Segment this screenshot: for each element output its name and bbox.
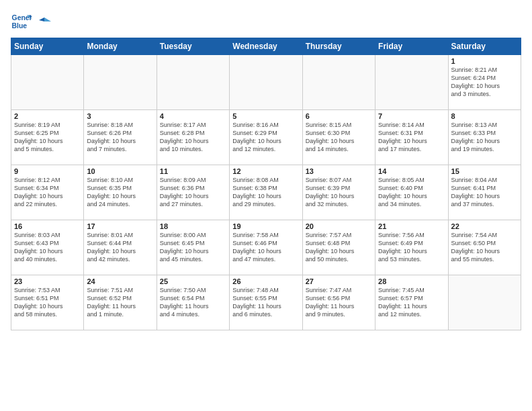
day-cell: 10Sunrise: 8:10 AM Sunset: 6:35 PM Dayli…	[84, 165, 157, 220]
day-cell: 13Sunrise: 8:07 AM Sunset: 6:39 PM Dayli…	[302, 165, 375, 220]
day-cell: 20Sunrise: 7:57 AM Sunset: 6:48 PM Dayli…	[302, 220, 375, 275]
day-info: Sunrise: 8:10 AM Sunset: 6:35 PM Dayligh…	[87, 176, 153, 209]
day-number: 10	[87, 167, 153, 175]
day-info: Sunrise: 7:58 AM Sunset: 6:46 PM Dayligh…	[232, 231, 299, 264]
day-info: Sunrise: 8:21 AM Sunset: 6:24 PM Dayligh…	[451, 66, 518, 99]
day-info: Sunrise: 8:05 AM Sunset: 6:40 PM Dayligh…	[378, 176, 445, 209]
day-cell: 8Sunrise: 8:13 AM Sunset: 6:33 PM Daylig…	[448, 110, 521, 165]
day-number: 12	[232, 167, 299, 175]
header-cell-monday: Monday	[84, 38, 157, 55]
day-cell: 6Sunrise: 8:15 AM Sunset: 6:30 PM Daylig…	[302, 110, 375, 165]
day-info: Sunrise: 8:12 AM Sunset: 6:34 PM Dayligh…	[14, 176, 81, 209]
header-cell-saturday: Saturday	[448, 38, 521, 55]
day-info: Sunrise: 7:57 AM Sunset: 6:48 PM Dayligh…	[306, 231, 372, 264]
day-number: 21	[378, 222, 445, 230]
day-number: 6	[306, 112, 372, 120]
header: General Blue	[11, 11, 521, 32]
day-number: 2	[14, 112, 81, 120]
day-cell	[11, 55, 84, 110]
day-number: 18	[160, 222, 226, 230]
day-cell: 19Sunrise: 7:58 AM Sunset: 6:46 PM Dayli…	[230, 220, 302, 275]
day-cell: 11Sunrise: 8:09 AM Sunset: 6:36 PM Dayli…	[157, 165, 229, 220]
day-cell: 23Sunrise: 7:53 AM Sunset: 6:51 PM Dayli…	[11, 275, 84, 330]
day-cell	[157, 55, 229, 110]
day-cell: 28Sunrise: 7:45 AM Sunset: 6:57 PM Dayli…	[375, 275, 448, 330]
day-cell: 15Sunrise: 8:04 AM Sunset: 6:41 PM Dayli…	[448, 165, 521, 220]
day-info: Sunrise: 7:45 AM Sunset: 6:57 PM Dayligh…	[378, 286, 445, 319]
day-cell: 1Sunrise: 8:21 AM Sunset: 6:24 PM Daylig…	[448, 55, 521, 110]
svg-text:Blue: Blue	[12, 22, 28, 30]
day-info: Sunrise: 8:18 AM Sunset: 6:26 PM Dayligh…	[87, 121, 153, 154]
calendar-table: SundayMondayTuesdayWednesdayThursdayFrid…	[11, 38, 521, 330]
day-cell	[375, 55, 448, 110]
day-info: Sunrise: 8:17 AM Sunset: 6:28 PM Dayligh…	[160, 121, 226, 154]
day-info: Sunrise: 8:19 AM Sunset: 6:25 PM Dayligh…	[14, 121, 81, 154]
day-number: 27	[306, 277, 372, 285]
day-number: 1	[451, 57, 518, 65]
day-number: 9	[14, 167, 81, 175]
day-cell: 26Sunrise: 7:48 AM Sunset: 6:55 PM Dayli…	[230, 275, 302, 330]
day-info: Sunrise: 7:48 AM Sunset: 6:55 PM Dayligh…	[232, 286, 299, 319]
header-cell-sunday: Sunday	[11, 38, 84, 55]
day-cell: 25Sunrise: 7:50 AM Sunset: 6:54 PM Dayli…	[157, 275, 229, 330]
day-cell: 5Sunrise: 8:16 AM Sunset: 6:29 PM Daylig…	[230, 110, 302, 165]
day-info: Sunrise: 8:04 AM Sunset: 6:41 PM Dayligh…	[451, 176, 518, 209]
day-info: Sunrise: 8:03 AM Sunset: 6:43 PM Dayligh…	[14, 231, 81, 264]
day-info: Sunrise: 8:13 AM Sunset: 6:33 PM Dayligh…	[451, 121, 518, 154]
day-info: Sunrise: 7:56 AM Sunset: 6:49 PM Dayligh…	[378, 231, 445, 264]
day-info: Sunrise: 8:00 AM Sunset: 6:45 PM Dayligh…	[160, 231, 226, 264]
day-info: Sunrise: 8:08 AM Sunset: 6:38 PM Dayligh…	[232, 176, 299, 209]
day-number: 20	[306, 222, 372, 230]
day-number: 24	[87, 277, 153, 285]
day-cell: 4Sunrise: 8:17 AM Sunset: 6:28 PM Daylig…	[157, 110, 229, 165]
week-row-2: 2Sunrise: 8:19 AM Sunset: 6:25 PM Daylig…	[11, 110, 521, 165]
day-number: 7	[378, 112, 445, 120]
day-number: 26	[232, 277, 299, 285]
day-number: 22	[451, 222, 518, 230]
day-cell: 22Sunrise: 7:54 AM Sunset: 6:50 PM Dayli…	[448, 220, 521, 275]
logo-icon: General Blue	[11, 11, 32, 32]
day-cell	[230, 55, 302, 110]
svg-marker-4	[44, 17, 51, 21]
week-row-1: 1Sunrise: 8:21 AM Sunset: 6:24 PM Daylig…	[11, 55, 521, 110]
day-info: Sunrise: 7:47 AM Sunset: 6:56 PM Dayligh…	[306, 286, 372, 319]
day-cell: 7Sunrise: 8:14 AM Sunset: 6:31 PM Daylig…	[375, 110, 448, 165]
week-row-3: 9Sunrise: 8:12 AM Sunset: 6:34 PM Daylig…	[11, 165, 521, 220]
header-cell-friday: Friday	[375, 38, 448, 55]
day-cell	[84, 55, 157, 110]
header-cell-thursday: Thursday	[302, 38, 375, 55]
day-cell: 24Sunrise: 7:51 AM Sunset: 6:52 PM Dayli…	[84, 275, 157, 330]
logo: General Blue	[11, 11, 51, 32]
day-cell: 14Sunrise: 8:05 AM Sunset: 6:40 PM Dayli…	[375, 165, 448, 220]
day-info: Sunrise: 8:09 AM Sunset: 6:36 PM Dayligh…	[160, 176, 226, 209]
day-number: 19	[232, 222, 299, 230]
day-info: Sunrise: 7:51 AM Sunset: 6:52 PM Dayligh…	[87, 286, 153, 319]
day-number: 23	[14, 277, 81, 285]
day-cell	[448, 275, 521, 330]
day-cell: 21Sunrise: 7:56 AM Sunset: 6:49 PM Dayli…	[375, 220, 448, 275]
svg-marker-5	[39, 17, 44, 21]
day-cell	[302, 55, 375, 110]
day-cell: 27Sunrise: 7:47 AM Sunset: 6:56 PM Dayli…	[302, 275, 375, 330]
day-info: Sunrise: 7:54 AM Sunset: 6:50 PM Dayligh…	[451, 231, 518, 264]
day-number: 28	[378, 277, 445, 285]
page-container: General Blue SundayMondayTuesdayWednesda…	[0, 0, 532, 336]
day-info: Sunrise: 7:53 AM Sunset: 6:51 PM Dayligh…	[14, 286, 81, 319]
day-info: Sunrise: 8:15 AM Sunset: 6:30 PM Dayligh…	[306, 121, 372, 154]
day-number: 14	[378, 167, 445, 175]
day-cell: 17Sunrise: 8:01 AM Sunset: 6:44 PM Dayli…	[84, 220, 157, 275]
day-info: Sunrise: 8:07 AM Sunset: 6:39 PM Dayligh…	[306, 176, 372, 209]
day-cell: 16Sunrise: 8:03 AM Sunset: 6:43 PM Dayli…	[11, 220, 84, 275]
day-info: Sunrise: 7:50 AM Sunset: 6:54 PM Dayligh…	[160, 286, 226, 319]
day-cell: 18Sunrise: 8:00 AM Sunset: 6:45 PM Dayli…	[157, 220, 229, 275]
day-info: Sunrise: 8:01 AM Sunset: 6:44 PM Dayligh…	[87, 231, 153, 264]
day-cell: 9Sunrise: 8:12 AM Sunset: 6:34 PM Daylig…	[11, 165, 84, 220]
day-cell: 2Sunrise: 8:19 AM Sunset: 6:25 PM Daylig…	[11, 110, 84, 165]
day-number: 11	[160, 167, 226, 175]
day-number: 25	[160, 277, 226, 285]
day-info: Sunrise: 8:16 AM Sunset: 6:29 PM Dayligh…	[232, 121, 299, 154]
header-cell-wednesday: Wednesday	[230, 38, 302, 55]
header-cell-tuesday: Tuesday	[157, 38, 229, 55]
day-number: 13	[306, 167, 372, 175]
day-cell: 3Sunrise: 8:18 AM Sunset: 6:26 PM Daylig…	[84, 110, 157, 165]
